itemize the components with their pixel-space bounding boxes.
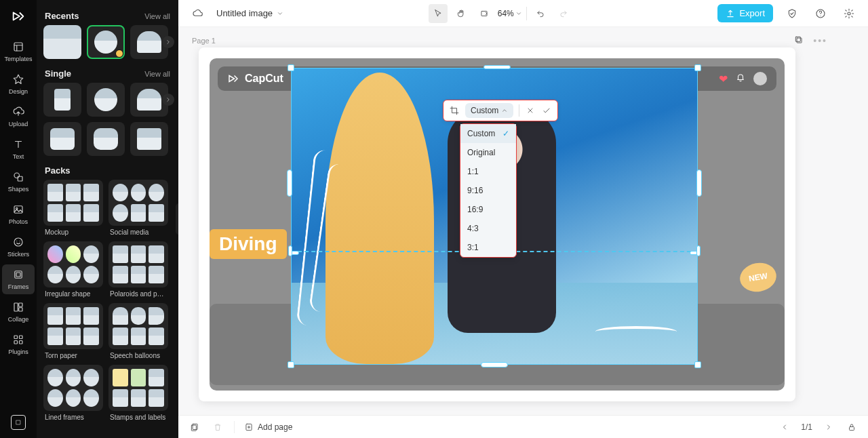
crop-ratio-value: Custom [471,106,498,115]
rail-item-templates[interactable]: Templates [2,37,35,66]
svg-rect-10 [19,308,22,311]
svg-rect-11 [14,336,18,339]
rail-item-plugins[interactable]: Plugins [2,330,35,359]
duplicate-page-icon[interactable] [794,35,804,47]
resize-handle[interactable] [288,64,294,71]
hand-tool-icon[interactable] [452,4,471,23]
pack-caption: Stamps and labels [108,411,168,426]
pack-tile[interactable] [43,303,103,349]
prev-page-icon[interactable] [778,420,791,434]
pack-tile[interactable] [43,365,103,411]
svg-rect-6 [15,271,22,279]
ratio-option[interactable]: Custom✓ [460,124,516,143]
section-title: Packs [45,165,71,176]
frame-thumb[interactable] [43,25,81,59]
rail-item-photos[interactable]: Photos [2,199,35,229]
crop-corner-handle[interactable] [288,245,292,256]
crop-confirm-icon[interactable] [541,105,552,116]
resize-handle-side[interactable] [287,170,292,197]
ratio-option[interactable]: 1:1 [460,162,516,181]
pack-tile[interactable] [108,365,168,411]
svg-rect-8 [14,303,18,311]
pack-row: Lined frames Stamps and labels [43,365,172,426]
rail-item-upload[interactable]: Upload [2,102,35,132]
ratio-option[interactable]: 16:9 [460,200,516,219]
resize-handle[interactable] [288,361,294,368]
view-all-link[interactable]: View all [144,70,170,78]
rail-collapse-icon[interactable] [11,415,26,430]
pack-tile[interactable] [108,241,168,287]
crop-cancel-icon[interactable] [525,105,536,116]
resize-handle[interactable] [694,64,701,71]
svg-point-17 [848,12,850,15]
resize-handle-side[interactable] [696,170,702,197]
svg-point-5 [14,238,22,246]
zoom-value: 64% [498,9,514,18]
pages-icon[interactable] [188,420,201,434]
rail-item-collage[interactable]: Collage [2,297,35,327]
rail-item-text[interactable]: Text [2,134,35,164]
settings-icon[interactable] [840,4,859,23]
rail-item-frames[interactable]: Frames [2,264,35,294]
export-button[interactable]: Export [717,4,773,22]
pack-tile[interactable] [43,180,103,226]
rail-item-stickers[interactable]: Stickers [2,232,35,262]
resize-handle-side[interactable] [481,362,508,367]
crop-ratio-dropdown[interactable]: Custom [465,103,513,118]
select-tool-icon[interactable] [429,4,448,23]
frame-thumb-selected[interactable] [87,25,125,59]
redo-icon[interactable] [554,4,573,23]
next-page-icon[interactable] [822,420,835,434]
svg-point-4 [16,207,18,209]
trash-icon[interactable] [211,420,224,434]
ratio-option[interactable]: 4:3 [460,219,516,238]
svg-rect-3 [14,206,22,214]
view-all-link[interactable]: View all [144,12,170,20]
resize-handle[interactable] [694,361,701,368]
rail-label: Templates [4,56,32,62]
frame-thumb[interactable] [43,122,81,156]
vertical-divider [519,104,519,117]
artboard-size-icon[interactable] [475,4,494,23]
ratio-option[interactable]: Original [460,143,516,162]
ratio-option[interactable]: 9:16 [460,181,516,200]
frames-panel: Recents View all Single View all Packs M… [37,0,178,438]
ratio-option-label: 1:1 [467,167,479,176]
help-icon[interactable] [811,4,830,23]
frame-thumb[interactable] [87,122,125,156]
frame-thumb[interactable] [87,83,125,117]
add-page-label: Add page [258,422,292,432]
ratio-option[interactable]: 3:1 [460,238,516,257]
svg-rect-9 [19,303,22,306]
crop-edge-handle[interactable] [484,65,511,69]
pack-tile[interactable] [43,241,103,287]
rail-item-design[interactable]: Design [2,69,35,99]
pack-row: Mockup Social media [43,180,172,241]
frame-thumb[interactable] [130,122,168,156]
lock-icon[interactable] [845,420,859,434]
svg-rect-28 [193,424,197,429]
badge-icon [115,49,123,58]
rail-item-shapes[interactable]: Shapes [2,167,35,197]
document-title[interactable]: Untitled image [216,8,283,18]
crop-corner-handle[interactable] [696,245,701,256]
frame-thumb[interactable] [43,83,81,117]
rail-label: Text [13,153,24,160]
chevron-right-icon[interactable] [162,94,174,106]
shield-icon[interactable] [783,4,802,23]
more-icon[interactable]: ••• [813,35,827,47]
zoom-display[interactable]: 64% [498,9,522,18]
pack-tile[interactable] [108,180,168,226]
pack-row: Irregular shape Polaroids and photo f... [43,241,172,303]
svg-point-1 [14,173,20,178]
chevron-right-icon[interactable] [162,36,174,48]
add-page-button[interactable]: Add page [244,422,292,432]
svg-rect-15 [481,11,487,16]
undo-icon[interactable] [531,4,550,23]
crop-icon[interactable] [449,105,460,116]
doodle-squiggle [595,326,677,337]
canvas-area[interactable]: Page 1 ••• CapCut ❤ Diving NEW UV Remin [178,27,868,415]
pack-tile[interactable] [108,303,168,349]
pack-row: Torn paper Speech balloons [43,303,172,365]
cloud-icon[interactable] [188,4,207,23]
